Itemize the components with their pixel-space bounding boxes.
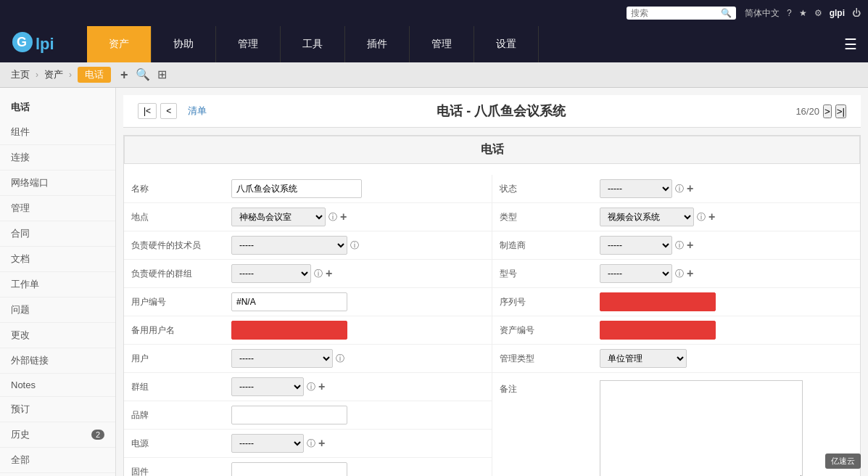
power-control: ----- ⓘ +	[231, 434, 484, 453]
group2-select[interactable]: -----	[231, 377, 304, 396]
nav-item-tools[interactable]: 工具	[281, 26, 345, 62]
model-info-icon[interactable]: ⓘ	[675, 268, 684, 280]
watermark: 亿速云	[825, 454, 861, 469]
nav-right[interactable]: ☰	[833, 26, 868, 62]
model-add-icon[interactable]: +	[687, 267, 693, 280]
group2-info-icon[interactable]: ⓘ	[307, 381, 315, 393]
model-select[interactable]: -----	[600, 264, 672, 283]
sidebar-title: 电话	[0, 95, 115, 120]
sidebar-label-notes: Notes	[11, 379, 36, 390]
firmware-input[interactable]	[231, 462, 347, 476]
breadcrumb-home[interactable]: 主页	[11, 68, 30, 81]
sidebar-item-ticket[interactable]: 工作单	[0, 272, 115, 298]
history-badge: 2	[91, 430, 104, 440]
alt-username-input[interactable]	[231, 321, 347, 340]
manufacturer-select[interactable]: -----	[600, 236, 672, 255]
sidebar-item-reservation[interactable]: 预订	[0, 397, 115, 422]
breadcrumb-sep-1: ›	[36, 70, 38, 80]
type-select[interactable]: 视频会议系统	[600, 208, 694, 226]
manufacturer-control: ----- ⓘ +	[600, 236, 853, 255]
breadcrumb-bar: 主页 › 资产 › 电话 + 🔍 ⊞	[0, 62, 868, 88]
power-icon[interactable]: ⏻	[852, 8, 861, 18]
nav-item-admin[interactable]: 管理	[410, 26, 474, 62]
list-view-icon[interactable]: ⊞	[157, 67, 167, 83]
serial-label: 序列号	[500, 296, 594, 308]
user-number-input[interactable]	[231, 292, 347, 311]
user-select[interactable]: -----	[231, 349, 333, 368]
group-hardware-info-icon[interactable]: ⓘ	[314, 268, 323, 280]
management-type-select[interactable]: 单位管理	[600, 349, 687, 368]
tech-info-icon[interactable]: ⓘ	[350, 239, 359, 252]
sidebar-item-change[interactable]: 更改	[0, 323, 115, 348]
sidebar-item-network-port[interactable]: 网络端口	[0, 171, 115, 196]
power-info-icon[interactable]: ⓘ	[307, 438, 315, 450]
name-row: 名称	[124, 175, 492, 203]
breadcrumb-current[interactable]: 电话	[78, 67, 111, 83]
location-add-icon[interactable]: +	[340, 210, 347, 223]
sidebar-label-connection: 连接	[11, 151, 30, 164]
last-page-button[interactable]: >|	[835, 104, 846, 118]
status-select[interactable]: -----	[600, 179, 672, 198]
user-info-icon[interactable]: ⓘ	[336, 353, 344, 365]
asset-number-row: 资产编号	[492, 316, 860, 345]
sidebar-item-notes[interactable]: Notes	[0, 374, 115, 397]
user-label[interactable]: glpi	[830, 8, 845, 18]
model-control: ----- ⓘ +	[600, 264, 853, 283]
prev-page-button[interactable]: <	[160, 103, 177, 119]
sidebar-item-all[interactable]: 全部	[0, 448, 115, 473]
status-info-icon[interactable]: ⓘ	[675, 183, 684, 195]
manufacturer-info-icon[interactable]: ⓘ	[675, 239, 684, 252]
user-control: ----- ⓘ	[231, 349, 484, 368]
user-row: 用户 ----- ⓘ	[124, 345, 492, 373]
serial-input[interactable]	[600, 292, 716, 311]
name-input[interactable]	[231, 179, 362, 198]
tech-label: 负责硬件的技术员	[131, 239, 226, 252]
breadcrumb-asset[interactable]: 资产	[44, 68, 63, 81]
settings-icon[interactable]: ⚙	[814, 8, 822, 18]
hamburger-icon[interactable]: ☰	[844, 36, 857, 53]
add-icon[interactable]: +	[120, 67, 128, 83]
next-page-button[interactable]: >	[823, 104, 832, 118]
nav-item-assist[interactable]: 协助	[152, 26, 216, 62]
group-hardware-add-icon[interactable]: +	[326, 267, 332, 280]
comment-textarea[interactable]	[600, 380, 803, 476]
location-select[interactable]: 神秘岛会议室	[231, 208, 326, 226]
sidebar-item-problem[interactable]: 问题	[0, 298, 115, 323]
search-bar-icon[interactable]: 🔍	[136, 67, 150, 83]
user-number-control	[231, 292, 484, 311]
group2-add-icon[interactable]: +	[318, 380, 325, 393]
nav-item-settings[interactable]: 设置	[474, 26, 539, 62]
search-icon[interactable]: 🔍	[721, 8, 732, 18]
status-add-icon[interactable]: +	[687, 182, 693, 195]
first-page-button[interactable]: |<	[138, 103, 157, 119]
nav-item-assets[interactable]: 资产	[87, 26, 152, 62]
search-input[interactable]	[631, 8, 718, 18]
sidebar-item-contract[interactable]: 合同	[0, 221, 115, 247]
type-add-icon[interactable]: +	[708, 210, 715, 223]
favorite-icon[interactable]: ★	[799, 8, 807, 18]
lang-selector[interactable]: 简体中文	[745, 7, 780, 20]
brand-input[interactable]	[231, 406, 347, 424]
location-info-icon[interactable]: ⓘ	[328, 211, 337, 223]
type-info-icon[interactable]: ⓘ	[697, 211, 706, 223]
list-link[interactable]: 清单	[188, 104, 207, 118]
sidebar-item-connection[interactable]: 连接	[0, 145, 115, 171]
main-content: |< < 清单 电话 - 八爪鱼会议系统 16/20 > >| 电话 名称	[116, 88, 868, 476]
power-select[interactable]: -----	[231, 434, 304, 453]
sidebar-item-management[interactable]: 管理	[0, 196, 115, 221]
help-icon[interactable]: ?	[787, 8, 792, 18]
asset-number-input[interactable]	[600, 321, 716, 340]
name-control	[231, 179, 484, 198]
power-add-icon[interactable]: +	[318, 437, 325, 450]
sidebar-item-document[interactable]: 文档	[0, 247, 115, 272]
nav-item-manage[interactable]: 管理	[216, 26, 281, 62]
search-box[interactable]: 🔍	[627, 7, 736, 20]
group2-row: 群组 ----- ⓘ +	[124, 373, 492, 401]
manufacturer-add-icon[interactable]: +	[687, 239, 693, 252]
sidebar-item-components[interactable]: 组件	[0, 120, 115, 145]
tech-select[interactable]: -----	[231, 236, 347, 255]
nav-item-plugins[interactable]: 插件	[345, 26, 410, 62]
group-hardware-select[interactable]: -----	[231, 264, 311, 283]
sidebar-item-external-link[interactable]: 外部链接	[0, 348, 115, 374]
sidebar-item-history[interactable]: 历史 2	[0, 422, 115, 448]
